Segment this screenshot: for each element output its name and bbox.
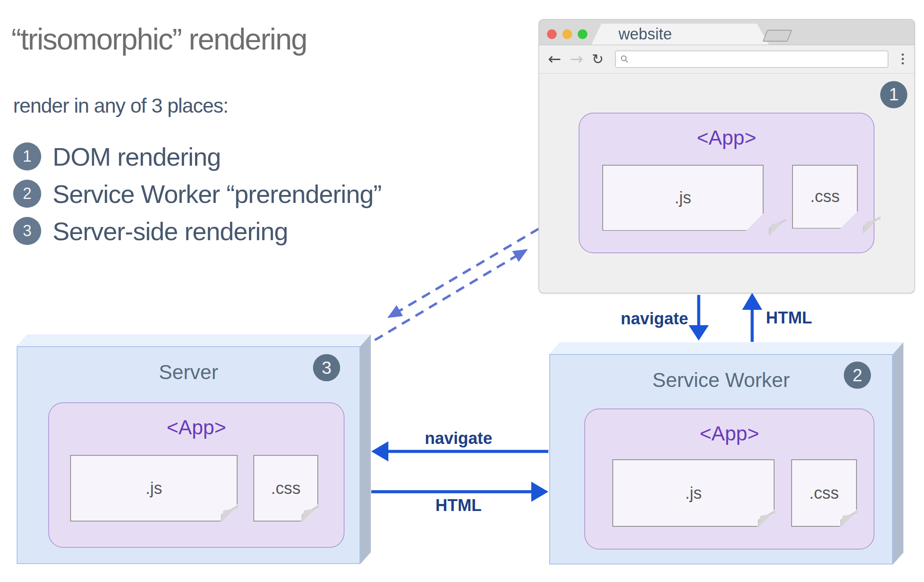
url-bar[interactable] (615, 50, 888, 68)
legend-item-server-side: 3 Server-side rendering (13, 217, 381, 245)
browser-window: website ← → ↻ 1 <App> .js (539, 20, 914, 293)
service-worker-title: Service Worker (550, 368, 892, 392)
legend-item-dom: 1 DOM rendering (13, 142, 381, 170)
css-file-card: .css (792, 165, 858, 229)
dashed-arrow-to-server (389, 229, 539, 317)
folded-corner (769, 219, 786, 236)
js-file-label: .js (685, 484, 702, 503)
css-file-label: .css (810, 187, 840, 206)
service-worker-box-front-face: Service Worker 2 <App> .js .css (549, 354, 893, 564)
html-label-server: HTML (435, 496, 482, 515)
legend-list: 1 DOM rendering 2 Service Worker “preren… (13, 142, 381, 254)
browser-toolbar: ← → ↻ (539, 45, 914, 74)
navigate-label-server: navigate (425, 429, 492, 448)
navigate-label-browser: navigate (621, 309, 688, 328)
tab-title: website (618, 25, 672, 43)
server-app-box: <App> .js .css (48, 402, 345, 548)
traffic-light-minimize-icon[interactable] (562, 29, 572, 39)
js-file-label: .js (675, 188, 691, 207)
browser-tab[interactable]: website (591, 24, 769, 45)
legend-label: Server-side rendering (53, 216, 288, 246)
service-worker-box-side-face (893, 342, 903, 564)
page-subtitle: render in any of 3 places: (13, 94, 228, 117)
dashed-arrow-to-browser (375, 250, 526, 340)
js-file-label: .js (146, 479, 162, 498)
traffic-light-zoom-icon[interactable] (578, 29, 587, 39)
app-label: <App> (579, 126, 874, 149)
server-box-side-face (360, 334, 371, 564)
legend-label: DOM rendering (53, 142, 220, 171)
step-badge-1: 1 (880, 81, 907, 108)
js-file-card: .js (70, 455, 238, 522)
traffic-light-close-icon[interactable] (547, 29, 557, 39)
search-icon (620, 55, 629, 64)
service-worker-box-top-face (549, 342, 903, 354)
css-file-label: .css (271, 479, 301, 498)
browser-app-box: <App> .js .css (579, 113, 874, 253)
html-right-arrow-head (531, 482, 548, 502)
app-label: <App> (585, 422, 874, 445)
navigate-down-arrow-head (689, 325, 709, 341)
app-label: <App> (49, 415, 344, 439)
legend-item-service-worker: 2 Service Worker “prerendering” (13, 180, 381, 208)
legend-badge-3: 3 (13, 217, 41, 245)
css-file-label: .css (809, 484, 839, 503)
new-tab-button[interactable] (763, 30, 793, 42)
back-icon[interactable]: ← (548, 51, 561, 67)
forward-icon[interactable]: → (570, 51, 583, 67)
server-box: Server 3 <App> .js .css (17, 334, 371, 564)
menu-dots-icon[interactable] (900, 52, 906, 66)
browser-content: 1 <App> .js .css (539, 74, 914, 292)
js-file-card: .js (612, 459, 775, 527)
slide-canvas: “trisomorphic” rendering render in any o… (0, 0, 924, 582)
navigate-left-arrow-head (371, 441, 388, 461)
js-file-card: .js (602, 165, 764, 231)
reload-icon[interactable]: ↻ (592, 52, 604, 66)
step-badge-3: 3 (313, 354, 340, 381)
html-up-arrow-head (742, 293, 762, 310)
folded-corner (863, 216, 881, 234)
server-box-top-face (17, 334, 371, 346)
legend-label: Service Worker “prerendering” (53, 179, 381, 209)
legend-badge-1: 1 (13, 142, 41, 170)
server-box-front-face: Server 3 <App> .js .css (17, 346, 360, 564)
page-title: “trisomorphic” rendering (11, 22, 307, 56)
html-label-browser: HTML (766, 309, 812, 327)
browser-tab-bar: website (539, 20, 914, 45)
service-worker-box: Service Worker 2 <App> .js .css (549, 342, 903, 564)
step-badge-2: 2 (844, 362, 871, 389)
service-worker-app-box: <App> .js .css (584, 408, 874, 550)
url-input[interactable] (633, 53, 883, 65)
legend-badge-2: 2 (13, 180, 41, 208)
server-title: Server (18, 360, 359, 384)
